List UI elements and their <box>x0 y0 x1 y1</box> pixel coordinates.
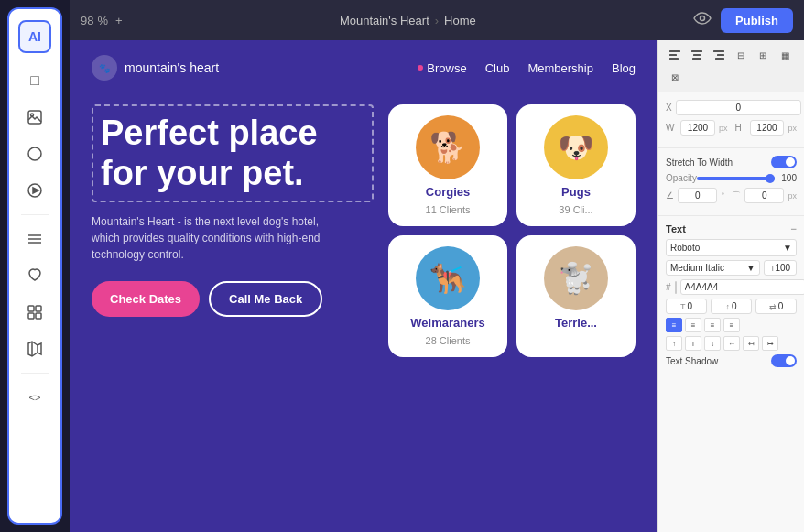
letter-spacing-input[interactable]: T 0 <box>666 299 707 314</box>
text-collapse-icon[interactable]: − <box>791 223 797 234</box>
align-left-icon[interactable] <box>666 46 684 64</box>
nav-active-dot <box>418 65 423 71</box>
font-style-row: Medium Italic ▼ T 100 <box>666 260 797 276</box>
align-center-icon[interactable] <box>688 46 706 64</box>
color-hex-input[interactable] <box>680 279 804 295</box>
svg-marker-9 <box>28 342 41 356</box>
align-right-btn[interactable]: ≡ <box>704 318 721 332</box>
sidebar-divider-2 <box>21 373 49 374</box>
radius-input[interactable] <box>744 188 784 203</box>
opacity-value: 100 <box>778 173 797 183</box>
image-tool-icon[interactable] <box>18 101 51 134</box>
spacing-row: T 0 ↕ 0 ⇄ 0 <box>666 299 797 314</box>
code-tool-icon[interactable]: <> <box>18 381 51 414</box>
text-shadow-toggle[interactable] <box>771 354 797 367</box>
zoom-unit: % <box>97 14 108 27</box>
svg-rect-15 <box>669 58 679 60</box>
align-right-icon[interactable] <box>710 46 728 64</box>
svg-rect-20 <box>717 54 724 56</box>
h-input[interactable] <box>750 120 785 136</box>
font-select[interactable]: Roboto ▼ <box>666 239 797 256</box>
play-tool-icon[interactable] <box>18 174 51 207</box>
map-tool-icon[interactable] <box>18 332 51 365</box>
gallery-tool-icon[interactable] <box>18 296 51 329</box>
opacity-track[interactable] <box>697 177 775 180</box>
weimaraners-clients: 28 Clients <box>426 335 471 346</box>
text-shrink-btn[interactable]: ↤ <box>743 336 759 351</box>
distribute-h-icon[interactable]: ⊟ <box>732 46 750 64</box>
add-page-button[interactable]: + <box>115 14 123 27</box>
h-unit: px <box>788 124 797 133</box>
x-input[interactable] <box>676 100 801 115</box>
align-justify-btn[interactable]: ≡ <box>723 318 740 332</box>
layers-tool-icon[interactable] <box>18 223 51 255</box>
position-section: X px Y px + W px H px <box>658 92 804 148</box>
opacity-thumb[interactable] <box>766 174 775 183</box>
left-sidebar: AI □ <> <box>7 7 62 525</box>
h-label: H <box>735 123 746 133</box>
opacity-row: Opacity 100 <box>666 173 797 183</box>
font-size-input[interactable]: T 100 <box>764 260 797 276</box>
line-height-input[interactable]: ↕ 0 <box>711 299 752 314</box>
weimaraners-name: Weimaraners <box>410 316 484 330</box>
zoom-controls: 98 % + <box>81 14 123 27</box>
align-left-btn[interactable]: ≡ <box>666 318 682 332</box>
check-dates-button[interactable]: Check Dates <box>92 281 200 317</box>
text-shadow-label: Text Shadow <box>666 356 718 366</box>
pugs-name: Pugs <box>561 185 591 199</box>
terrier-name: Terrie... <box>555 316 597 330</box>
preview-icon[interactable] <box>693 11 712 29</box>
word-spacing-input[interactable]: ⇄ 0 <box>755 299 797 314</box>
x-position-row: X px Y px + <box>666 100 797 115</box>
breadcrumb-separator: › <box>435 14 439 27</box>
svg-rect-5 <box>28 306 34 311</box>
w-input[interactable] <box>680 120 715 136</box>
rotation-icon: ∠ <box>666 190 674 201</box>
distribute-v-icon[interactable]: ⊞ <box>754 46 772 64</box>
preview-nav: 🐾 mountain's heart Browse Club Membershi… <box>70 40 657 95</box>
ellipse-tool-icon[interactable] <box>18 137 51 170</box>
nav-link-club[interactable]: Club <box>485 61 510 75</box>
svg-rect-8 <box>36 313 41 319</box>
corgies-name: Corgies <box>426 185 470 199</box>
valign-top-btn[interactable]: ↑ <box>666 336 682 351</box>
nav-link-blog[interactable]: Blog <box>612 61 636 75</box>
top-bar-right: Publish <box>693 8 793 33</box>
breadcrumb-current: Home <box>444 14 476 27</box>
call-me-back-button[interactable]: Call Me Back <box>209 281 322 317</box>
stretch-toggle[interactable] <box>771 156 797 168</box>
svg-point-12 <box>701 16 705 21</box>
nav-logo-text: mountain's heart <box>125 60 219 75</box>
svg-rect-13 <box>669 50 680 52</box>
nav-logo: 🐾 mountain's heart <box>92 55 219 81</box>
dog-card-weimaraners: 🐕‍🦺 Weimaraners 28 Clients <box>388 235 507 357</box>
valign-middle-btn[interactable]: T <box>685 336 701 351</box>
nav-link-browse[interactable]: Browse <box>418 61 466 75</box>
terrier-avatar: 🐩 <box>544 246 608 310</box>
text-shadow-row: Text Shadow <box>666 354 797 367</box>
w-unit: px <box>719 124 728 133</box>
color-swatch[interactable] <box>675 281 677 294</box>
cards-row-bottom: 🐕‍🦺 Weimaraners 28 Clients 🐩 Terrie... <box>388 235 636 357</box>
grid-icon[interactable]: ⊠ <box>666 68 684 86</box>
hero-description: Mountain's Heart - is the next level dog… <box>92 213 330 263</box>
stretch-opacity-section: Stretch To Width Opacity 100 ∠ ° ⌒ <box>658 148 804 216</box>
nav-logo-icon: 🐾 <box>92 55 117 81</box>
size-row: W px H px <box>666 120 797 136</box>
text-grow-btn[interactable]: ↦ <box>762 336 778 351</box>
svg-rect-14 <box>669 54 677 56</box>
website-preview: 🐾 mountain's heart Browse Club Membershi… <box>70 40 657 532</box>
square-tool-icon[interactable]: □ <box>18 64 51 97</box>
publish-button[interactable]: Publish <box>721 8 793 33</box>
text-expand-btn[interactable]: ↔ <box>723 336 740 351</box>
ai-icon[interactable]: AI <box>18 20 51 53</box>
x-label: X <box>666 103 672 113</box>
rotation-input[interactable] <box>678 188 717 203</box>
svg-rect-18 <box>692 58 701 60</box>
valign-bottom-btn[interactable]: ↓ <box>704 336 721 351</box>
distribute-icon[interactable]: ▦ <box>776 46 794 64</box>
heart-tool-icon[interactable] <box>18 259 51 292</box>
align-center-btn[interactable]: ≡ <box>685 318 701 332</box>
nav-link-membership[interactable]: Membership <box>527 61 593 75</box>
font-style-select[interactable]: Medium Italic ▼ <box>666 260 760 276</box>
